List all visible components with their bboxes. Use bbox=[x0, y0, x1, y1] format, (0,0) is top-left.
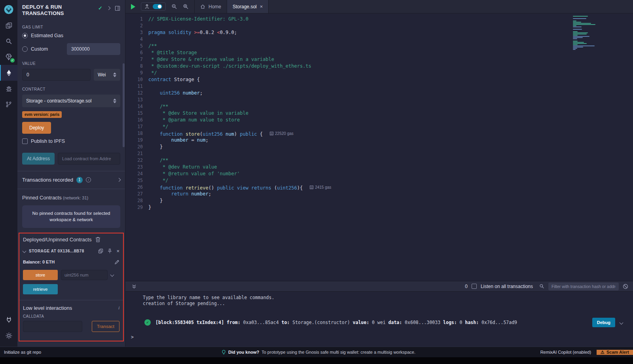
at-address-button[interactable]: At Address bbox=[22, 153, 55, 165]
terminal-prompt[interactable]: > bbox=[131, 334, 633, 340]
calldata-input[interactable] bbox=[23, 321, 82, 332]
info-icon[interactable]: i bbox=[86, 177, 91, 182]
status-bar: Initialize as git repo Did you know? To … bbox=[0, 347, 633, 357]
contract-select-value: Storage - contracts/Storage.sol bbox=[26, 98, 91, 104]
editor-tabbar: Home Storage.sol × bbox=[125, 0, 633, 13]
pin-panel-icon[interactable] bbox=[115, 6, 120, 11]
pinned-empty-message: No pinned contracts found for selected w… bbox=[22, 205, 120, 228]
tab-home[interactable]: Home bbox=[194, 0, 227, 13]
value-input[interactable] bbox=[22, 69, 91, 81]
sidebar-item-plugin-manager[interactable] bbox=[0, 312, 17, 328]
git-init-status[interactable]: Initialize as git repo bbox=[4, 350, 41, 355]
divider bbox=[17, 189, 125, 189]
sidebar-item-workspaces[interactable] bbox=[0, 17, 17, 33]
terminal-filter-input[interactable] bbox=[548, 282, 619, 290]
value-label: VALUE bbox=[22, 61, 120, 66]
plug-icon bbox=[6, 317, 12, 323]
editor-toolbar bbox=[125, 0, 194, 13]
balance-row: Balance: 0 ETH bbox=[23, 260, 119, 265]
divider bbox=[19, 300, 123, 300]
copilot-toggle[interactable] bbox=[153, 4, 162, 9]
sidebar-item-debugger[interactable] bbox=[0, 81, 17, 97]
pin-icon[interactable] bbox=[107, 248, 112, 254]
sidebar-item-search[interactable] bbox=[0, 33, 17, 49]
deployed-contracts-title: Deployed/Unpinned Contracts bbox=[23, 237, 91, 243]
run-script-play-icon[interactable] bbox=[131, 4, 135, 9]
chevron-down-icon[interactable] bbox=[23, 249, 27, 253]
stepper-arrows-icon bbox=[110, 72, 116, 77]
copilot-person-icon bbox=[144, 4, 150, 9]
terminal-search-icon[interactable] bbox=[539, 284, 544, 289]
chevron-right-icon[interactable] bbox=[117, 178, 121, 182]
custom-gas-radio[interactable] bbox=[22, 46, 28, 52]
sidebar-item-deploy-run[interactable] bbox=[0, 65, 17, 81]
deploy-button[interactable]: Deploy bbox=[22, 122, 51, 134]
terminal-line: creation of Storage pending... bbox=[125, 301, 633, 307]
panel-header: DEPLOY & RUN TRANSACTIONS ✓ bbox=[17, 0, 125, 18]
expand-terminal-icon[interactable] bbox=[132, 284, 136, 289]
tab-close-icon[interactable]: × bbox=[260, 4, 263, 9]
tip-text: To prototype using the Gnosis safe multi… bbox=[262, 350, 415, 355]
contract-instance-header[interactable]: STORAGE AT 0X136...8B78 × bbox=[23, 248, 119, 254]
store-arg-input[interactable] bbox=[61, 270, 108, 280]
listen-all-checkbox[interactable] bbox=[472, 284, 477, 289]
clear-console-icon[interactable] bbox=[623, 284, 628, 289]
listened-tx-count: 0 bbox=[465, 284, 468, 289]
transaction-log-row[interactable]: ✓ [block:5583405 txIndex:4] from: 0xa03.… bbox=[125, 318, 633, 327]
transactions-recorded-row[interactable]: Transactions recorded 1 i bbox=[22, 171, 120, 189]
remix-logo-icon bbox=[3, 4, 14, 15]
transact-button[interactable]: Transact bbox=[92, 321, 119, 332]
at-address-input[interactable] bbox=[58, 153, 120, 165]
pinned-network-label: (network: 31) bbox=[63, 195, 88, 200]
search-icon bbox=[6, 38, 12, 45]
copy-icon[interactable] bbox=[98, 248, 103, 254]
sidebar-item-settings[interactable] bbox=[0, 328, 17, 343]
sidebar-item-git[interactable] bbox=[0, 97, 17, 112]
panel-expand-icon[interactable] bbox=[107, 6, 111, 10]
tab-storage-sol[interactable]: Storage.sol × bbox=[227, 0, 269, 13]
code-editor[interactable]: 1234567891011121314151617181920212223242… bbox=[125, 13, 633, 281]
main-row: ✓ bbox=[0, 0, 633, 347]
zoom-out-icon[interactable] bbox=[171, 4, 177, 9]
panel-scrollbar[interactable] bbox=[123, 63, 125, 147]
close-icon[interactable]: × bbox=[116, 248, 119, 254]
store-function-row: store bbox=[23, 270, 119, 280]
tab-file-label: Storage.sol bbox=[233, 4, 257, 9]
code-lines: // SPDX-License-Identifier: GPL-3.0pragm… bbox=[148, 16, 633, 281]
workspaces-icon bbox=[6, 22, 12, 29]
listen-all-label: Listen on all transactions bbox=[481, 284, 533, 289]
scam-alert-badge[interactable]: ⚠ Scam Alert bbox=[597, 350, 633, 355]
did-you-know-tip: Did you know? To prototype using the Gno… bbox=[222, 350, 415, 355]
estimated-gas-radio[interactable] bbox=[22, 33, 28, 38]
terminal-content[interactable]: Type the library name to see available c… bbox=[125, 292, 633, 347]
minimap[interactable] bbox=[573, 16, 628, 50]
estimated-gas-row: Estimated Gas bbox=[22, 33, 120, 38]
retrieve-button[interactable]: retrieve bbox=[23, 284, 58, 294]
store-button[interactable]: store bbox=[23, 270, 58, 280]
estimated-gas-label: Estimated Gas bbox=[31, 33, 63, 38]
publish-ipfs-checkbox[interactable] bbox=[22, 138, 28, 144]
terminal-line: Type the library name to see available c… bbox=[125, 295, 633, 301]
calldata-row: Transact bbox=[23, 321, 119, 332]
info-icon[interactable]: i bbox=[119, 305, 119, 310]
contract-select[interactable]: Storage - contracts/Storage.sol bbox=[22, 95, 120, 107]
deployed-contracts-section-highlighted: Deployed/Unpinned Contracts STORAGE AT 0… bbox=[19, 233, 124, 341]
custom-gas-input[interactable] bbox=[67, 43, 120, 55]
debug-button[interactable]: Debug bbox=[592, 318, 615, 327]
zoom-in-icon[interactable] bbox=[183, 4, 189, 9]
sidebar-item-compiler[interactable]: ✓ bbox=[0, 49, 17, 65]
trash-icon[interactable] bbox=[95, 237, 100, 243]
lightbulb-icon bbox=[222, 350, 226, 355]
panel-check-icon: ✓ bbox=[98, 5, 102, 11]
gear-icon bbox=[6, 332, 12, 339]
value-unit-select[interactable]: Wei bbox=[94, 69, 120, 81]
publish-ipfs-label: Publish to IPFS bbox=[31, 138, 65, 144]
copilot-status[interactable]: RemixAI Copilot (enabled) bbox=[540, 350, 591, 355]
custom-gas-label: Custom bbox=[31, 46, 64, 52]
chevron-down-icon[interactable] bbox=[110, 273, 114, 277]
chevron-down-icon[interactable] bbox=[620, 320, 624, 324]
edit-pencil-icon[interactable] bbox=[114, 260, 119, 265]
transactions-recorded-label: Transactions recorded bbox=[22, 177, 73, 183]
remix-logo[interactable] bbox=[0, 2, 17, 17]
low-level-row: Low level interactions i bbox=[23, 305, 119, 311]
